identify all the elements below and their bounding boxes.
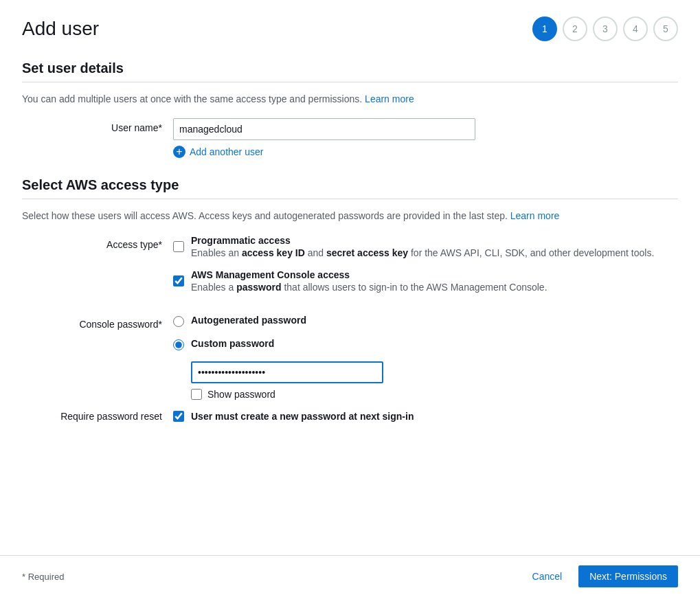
footer-actions: Cancel Next: Permissions <box>524 565 678 587</box>
step-2[interactable]: 2 <box>563 16 587 41</box>
step-1[interactable]: 1 <box>532 16 557 41</box>
step-3[interactable]: 3 <box>593 16 618 41</box>
console-password-row: Console password* Autogenerated password… <box>22 315 678 400</box>
username-label: User name* <box>22 118 173 133</box>
custom-password-label[interactable]: Custom password <box>191 338 274 349</box>
programmatic-access-title: Programmatic access <box>191 235 654 246</box>
show-password-row: Show password <box>191 389 678 400</box>
set-user-details-title: Set user details <box>22 60 678 76</box>
require-reset-checkbox[interactable] <box>173 411 184 422</box>
password-input[interactable] <box>191 361 383 383</box>
cancel-button[interactable]: Cancel <box>524 567 571 586</box>
autogenerated-label[interactable]: Autogenerated password <box>191 315 306 326</box>
set-user-details-description: You can add multiple users at once with … <box>22 93 678 104</box>
autogenerated-radio[interactable] <box>173 316 184 327</box>
access-type-learn-more[interactable]: Learn more <box>510 210 560 221</box>
show-password-label[interactable]: Show password <box>207 389 275 400</box>
require-reset-description[interactable]: User must create a new password at next … <box>191 411 414 422</box>
username-controls: + Add another user <box>173 118 678 158</box>
add-icon: + <box>173 146 185 158</box>
access-type-controls: Programmatic access Enables an access ke… <box>173 235 678 304</box>
page-title: Add user <box>22 18 99 40</box>
console-access-checkbox[interactable] <box>173 275 184 286</box>
access-type-description: Select how these users will access AWS. … <box>22 210 678 221</box>
require-reset-controls: User must create a new password at next … <box>173 411 678 433</box>
require-reset-label: Require password reset <box>22 411 173 422</box>
add-another-user-button[interactable]: + Add another user <box>173 146 263 158</box>
console-password-label: Console password* <box>22 315 173 330</box>
access-type-title: Select AWS access type <box>22 177 678 193</box>
username-input[interactable] <box>173 118 475 140</box>
custom-password-radio[interactable] <box>173 339 184 350</box>
set-user-details-section: Set user details You can add multiple us… <box>22 60 678 158</box>
section-divider-1 <box>22 82 678 82</box>
step-5[interactable]: 5 <box>653 16 678 41</box>
console-access-content: AWS Management Console access Enables a … <box>191 269 547 293</box>
section-divider-2 <box>22 199 678 199</box>
page-header: Add user 1 2 3 4 5 <box>22 16 678 41</box>
main-content: Add user 1 2 3 4 5 Set user details You … <box>0 0 700 555</box>
programmatic-access-checkbox[interactable] <box>173 241 184 252</box>
step-indicators: 1 2 3 4 5 <box>532 16 678 41</box>
require-reset-row: Require password reset User must create … <box>22 411 678 433</box>
step-4[interactable]: 4 <box>623 16 648 41</box>
required-note: * Required <box>22 572 64 582</box>
require-reset-option: User must create a new password at next … <box>173 411 678 422</box>
programmatic-access-description: Enables an access key ID and secret acce… <box>191 247 654 258</box>
access-type-label: Access type* <box>22 235 173 250</box>
add-another-user-label: Add another user <box>190 146 263 157</box>
console-access-description: Enables a password that allows users to … <box>191 282 547 293</box>
console-password-controls: Autogenerated password Custom password S… <box>173 315 678 400</box>
programmatic-access-content: Programmatic access Enables an access ke… <box>191 235 654 258</box>
console-access-option: AWS Management Console access Enables a … <box>173 269 678 293</box>
page-wrapper: Add user 1 2 3 4 5 Set user details You … <box>0 0 700 597</box>
next-button[interactable]: Next: Permissions <box>578 565 678 587</box>
footer: * Required Cancel Next: Permissions <box>0 555 700 597</box>
username-row: User name* + Add another user <box>22 118 678 158</box>
access-type-section: Select AWS access type Select how these … <box>22 177 678 433</box>
custom-password-option: Custom password <box>173 338 678 350</box>
console-access-title: AWS Management Console access <box>191 269 547 280</box>
password-field-wrapper: Show password <box>191 361 678 400</box>
set-user-details-learn-more[interactable]: Learn more <box>365 93 414 104</box>
programmatic-access-option: Programmatic access Enables an access ke… <box>173 235 678 258</box>
autogenerated-option: Autogenerated password <box>173 315 678 327</box>
access-type-row: Access type* Programmatic access Enables… <box>22 235 678 304</box>
show-password-checkbox[interactable] <box>191 389 202 400</box>
